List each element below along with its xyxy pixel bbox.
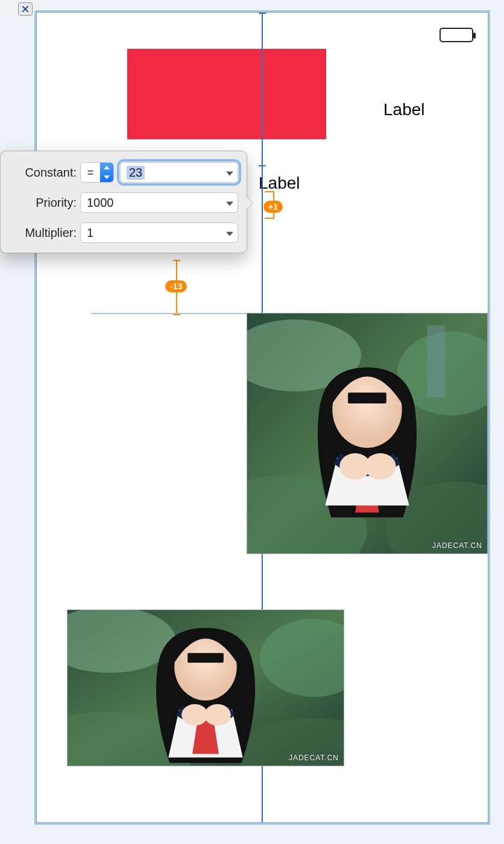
constant-combo[interactable]: 23 xyxy=(120,162,238,183)
chevron-down-icon xyxy=(225,196,234,210)
constraint-editor-popover: Constant: = 23 Priority: 1000 Multiplier… xyxy=(0,151,247,253)
relation-value: = xyxy=(81,163,100,182)
uilabel-1[interactable]: Label xyxy=(383,100,425,119)
constant-row: Constant: = 23 xyxy=(9,159,238,186)
red-view[interactable] xyxy=(127,49,326,139)
close-icon[interactable] xyxy=(18,2,33,16)
multiplier-row: Multiplier: 1 xyxy=(9,219,238,247)
constant-value: 23 xyxy=(127,166,145,180)
svg-point-18 xyxy=(181,704,208,726)
device-canvas[interactable]: Label Label +1 -13 xyxy=(36,12,488,823)
chevron-down-icon xyxy=(225,226,234,240)
updown-icon xyxy=(100,163,113,182)
constraint-badge-plus1[interactable]: +1 xyxy=(263,201,283,213)
chevron-down-icon xyxy=(225,166,234,180)
multiplier-value: 1 xyxy=(87,226,93,240)
image-view-2[interactable]: JADECAT.CN xyxy=(67,609,344,766)
constant-label: Constant: xyxy=(9,166,80,180)
image-watermark: JADECAT.CN xyxy=(289,754,339,762)
svg-point-19 xyxy=(204,704,231,726)
interface-builder-canvas-area: Label Label +1 -13 xyxy=(0,0,504,844)
multiplier-combo[interactable]: 1 xyxy=(80,222,238,243)
priority-label: Priority: xyxy=(9,196,80,210)
constraint-guide-top[interactable] xyxy=(262,13,263,166)
battery-icon xyxy=(439,28,473,42)
priority-value: 1000 xyxy=(87,196,114,210)
svg-rect-17 xyxy=(187,653,224,663)
svg-rect-5 xyxy=(427,326,446,397)
multiplier-label: Multiplier: xyxy=(9,226,80,240)
image-view-1[interactable]: JADECAT.CN xyxy=(247,313,488,554)
priority-row: Priority: 1000 xyxy=(9,189,238,216)
relation-popup-button[interactable]: = xyxy=(80,162,114,183)
svg-point-10 xyxy=(365,453,396,480)
image-watermark: JADECAT.CN xyxy=(432,541,482,550)
constraint-badge-minus13[interactable]: -13 xyxy=(165,280,187,292)
priority-combo[interactable]: 1000 xyxy=(80,192,238,213)
svg-rect-7 xyxy=(348,392,386,403)
uilabel-2[interactable]: Label xyxy=(259,174,300,193)
